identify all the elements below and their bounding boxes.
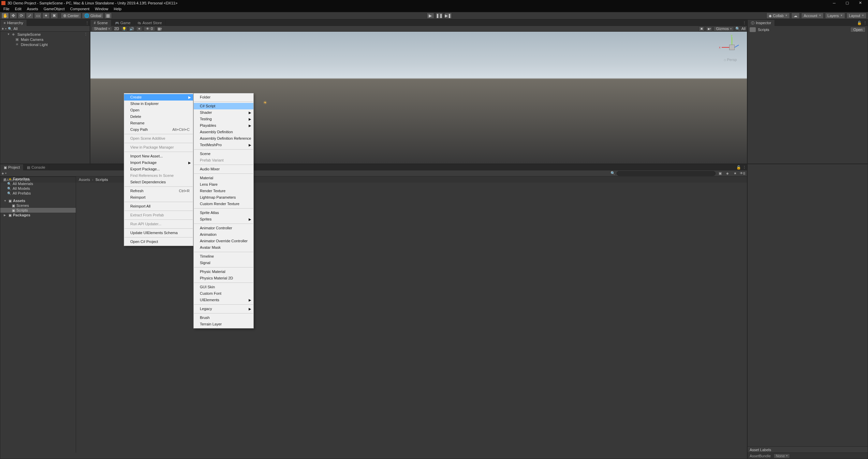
menu-item[interactable]: Physics Material 2D bbox=[194, 275, 253, 281]
rect-tool-button[interactable]: ▭ bbox=[34, 13, 42, 19]
lock-icon[interactable]: 🔓 bbox=[736, 165, 741, 170]
menu-item[interactable]: Import New Asset... bbox=[124, 153, 193, 159]
menu-item[interactable]: Testing▶ bbox=[194, 116, 253, 122]
menu-file[interactable]: File bbox=[1, 6, 12, 12]
hand-tool-button[interactable]: ✋ bbox=[1, 13, 9, 19]
hierarchy-tab[interactable]: ≡Hierarchy bbox=[0, 20, 27, 26]
search-all-label[interactable]: All bbox=[13, 27, 17, 31]
menu-item[interactable]: Shader▶ bbox=[194, 109, 253, 116]
menu-item[interactable]: Reimport All bbox=[124, 203, 193, 210]
menu-item[interactable]: Show in Explorer bbox=[124, 101, 193, 107]
scene-tab[interactable]: #Scene bbox=[90, 20, 112, 26]
step-button[interactable]: ▶❚ bbox=[444, 13, 452, 19]
menu-item[interactable]: Open C# Project bbox=[124, 239, 193, 245]
folder-item[interactable]: ▣Scenes bbox=[0, 203, 76, 208]
menu-item[interactable]: Sprite Atlas bbox=[194, 210, 253, 216]
account-dropdown[interactable]: Account ▼ bbox=[801, 13, 824, 19]
favorites-group[interactable]: ▼★Favorites bbox=[0, 177, 76, 181]
menu-help[interactable]: Help bbox=[111, 6, 124, 12]
menu-item[interactable]: Brush bbox=[194, 315, 253, 321]
grid-toggle[interactable]: ▦▾ bbox=[157, 26, 163, 31]
rotate-tool-button[interactable]: ⟳ bbox=[18, 13, 25, 19]
menu-item[interactable]: Assembly Definition bbox=[194, 129, 253, 135]
scene-tools[interactable]: ■▾ bbox=[706, 26, 712, 31]
pause-button[interactable]: ❚❚ bbox=[436, 13, 443, 19]
persp-label[interactable]: ◇ Persp bbox=[724, 58, 737, 62]
assets-group[interactable]: ▼▣Assets bbox=[0, 198, 76, 203]
lighting-toggle[interactable]: 💡 bbox=[121, 26, 127, 31]
hierarchy-item-light[interactable]: ☀Directional Light bbox=[0, 42, 90, 47]
cloud-button[interactable]: ☁ bbox=[791, 13, 800, 19]
panel-menu-icon[interactable]: ⋮ bbox=[742, 165, 746, 170]
collab-dropdown[interactable]: ◆ Collab ▼ bbox=[766, 13, 790, 19]
fx-toggle[interactable]: ✦ bbox=[136, 26, 142, 31]
hierarchy-item-camera[interactable]: ▣Main Camera bbox=[0, 37, 90, 42]
menu-item[interactable]: Timeline bbox=[194, 253, 253, 260]
snap-toggle[interactable]: ▦ bbox=[104, 13, 112, 19]
gizmos-dropdown[interactable]: Gizmos▾ bbox=[713, 26, 734, 31]
menu-item[interactable]: Folder bbox=[194, 94, 253, 101]
lock-icon[interactable]: 🔓 bbox=[857, 21, 862, 25]
menu-item[interactable]: Delete bbox=[124, 113, 193, 120]
orientation-gizmo[interactable]: ◇ Persp bbox=[722, 35, 742, 66]
favorite-item[interactable]: 🔍All Prefabs bbox=[0, 191, 76, 196]
menu-item[interactable]: Import Package▶ bbox=[124, 159, 193, 166]
menu-item[interactable]: Animator Controller bbox=[194, 225, 253, 231]
menu-item[interactable]: Physic Material bbox=[194, 269, 253, 275]
hidden-packages[interactable]: 👁8 bbox=[739, 171, 746, 176]
menu-item[interactable]: Assembly Definition Reference bbox=[194, 135, 253, 142]
minimize-button[interactable]: ─ bbox=[828, 0, 841, 6]
search-by-label[interactable]: ◈ bbox=[724, 171, 731, 176]
console-tab[interactable]: ▤Console bbox=[24, 164, 49, 170]
menu-item[interactable]: Open bbox=[124, 107, 193, 113]
shading-dropdown[interactable]: Shaded▾ bbox=[92, 26, 112, 31]
assetbundle-dropdown[interactable]: None▾ bbox=[774, 454, 790, 458]
play-button[interactable]: ▶ bbox=[427, 13, 434, 19]
menu-component[interactable]: Component bbox=[67, 6, 92, 12]
menu-assets[interactable]: Assets bbox=[24, 6, 41, 12]
packages-group[interactable]: ▶▣Packages bbox=[0, 213, 76, 217]
menu-item[interactable]: C# Script bbox=[194, 103, 253, 109]
pivot-center-toggle[interactable]: ⊕ Center bbox=[61, 13, 81, 19]
custom-tool-button[interactable]: ✖ bbox=[50, 13, 58, 19]
search-by-type[interactable]: ▣ bbox=[717, 171, 723, 176]
menu-item[interactable]: Animation bbox=[194, 231, 253, 238]
menu-item[interactable]: Animator Override Controller bbox=[194, 238, 253, 244]
menu-gameobject[interactable]: GameObject bbox=[41, 6, 68, 12]
layers-dropdown[interactable]: Layers ▼ bbox=[825, 13, 845, 19]
panel-menu-icon[interactable]: ⋮ bbox=[742, 21, 746, 25]
menu-item[interactable]: Custom Render Texture bbox=[194, 201, 253, 207]
menu-item[interactable]: Update UIElements Schema bbox=[124, 230, 193, 236]
scene-visibility-dropdown[interactable]: 👁 0 bbox=[144, 26, 155, 31]
layout-dropdown[interactable]: Layout ▼ bbox=[847, 13, 867, 19]
menu-item[interactable]: RefreshCtrl+R bbox=[124, 188, 193, 194]
panel-menu-icon[interactable]: ⋮ bbox=[85, 21, 89, 25]
menu-item[interactable]: Lens Flare bbox=[194, 181, 253, 188]
menu-item[interactable]: Rename bbox=[124, 120, 193, 126]
breadcrumb-item[interactable]: Scripts bbox=[95, 178, 108, 182]
project-tab[interactable]: ▣Project bbox=[0, 164, 24, 170]
global-local-toggle[interactable]: 🌐 Global bbox=[82, 13, 104, 19]
breadcrumb-item[interactable]: Assets bbox=[79, 178, 90, 182]
menu-item[interactable]: Export Package... bbox=[124, 166, 193, 172]
menu-item[interactable]: Sprites▶ bbox=[194, 216, 253, 223]
menu-window[interactable]: Window bbox=[92, 6, 111, 12]
menu-item[interactable]: Render Texture bbox=[194, 188, 253, 194]
favorite-item[interactable]: 🔍All Models bbox=[0, 186, 76, 191]
menu-item[interactable]: Copy PathAlt+Ctrl+C bbox=[124, 126, 193, 133]
scene-root[interactable]: ▼◈SampleScene⋮ bbox=[0, 32, 90, 37]
favorite-item[interactable]: 🔍All Materials bbox=[0, 181, 76, 186]
menu-item[interactable]: UIElements▶ bbox=[194, 297, 253, 303]
close-button[interactable]: ✕ bbox=[854, 0, 867, 6]
menu-item[interactable]: Material bbox=[194, 175, 253, 181]
asset-store-tab[interactable]: 🛍Asset Store bbox=[134, 20, 166, 26]
menu-item[interactable]: TextMeshPro▶ bbox=[194, 142, 253, 148]
audio-toggle[interactable]: 🔊 bbox=[129, 26, 135, 31]
camera-settings[interactable]: ✖ bbox=[698, 26, 705, 31]
directional-light-gizmo[interactable]: ☀ bbox=[263, 100, 267, 105]
menu-item[interactable]: Avatar Mask bbox=[194, 244, 253, 251]
open-button[interactable]: Open bbox=[850, 27, 866, 32]
move-tool-button[interactable]: ✥ bbox=[10, 13, 17, 19]
save-search[interactable]: ★ bbox=[732, 171, 738, 176]
mode-2d-toggle[interactable]: 2D bbox=[114, 26, 120, 31]
